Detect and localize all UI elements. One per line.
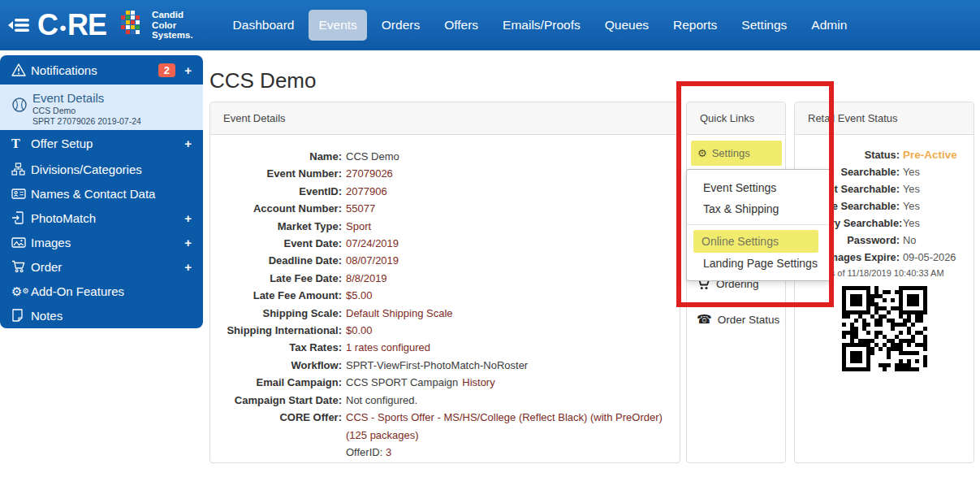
field-event-date: Event Date:07/24/2019 <box>210 235 671 252</box>
divisions-label: Divisions/Categories <box>31 163 182 176</box>
collapse-menu-icon[interactable] <box>8 17 31 33</box>
core-offer-line3: OfferID: 3 <box>346 444 663 461</box>
notifications-label: Notifications <box>31 63 158 77</box>
core-logo-dot: ● <box>59 20 66 34</box>
gears-icon: ⚙⚙ <box>11 285 31 297</box>
field-deadline-date: Deadline Date:08/07/2019 <box>210 252 671 269</box>
qr-code <box>842 286 927 374</box>
event-details-panel: Event Details Name:CCS Demo Event Number… <box>209 102 680 463</box>
notes-label: Notes <box>31 309 182 323</box>
field-tax-rates: Tax Rates:1 rates configured <box>210 339 671 356</box>
menu-item-tax-shipping[interactable]: Tax & Shipping <box>687 198 830 219</box>
text-t-icon: T <box>11 137 31 151</box>
nav-dashboard[interactable]: Dashboard <box>223 10 304 41</box>
nav-offers[interactable]: Offers <box>434 10 488 41</box>
menu-item-event-settings[interactable]: Event Settings <box>687 177 830 198</box>
page-title: CCS Demo <box>209 68 316 93</box>
org-chart-icon <box>11 163 31 176</box>
core-logo-c: C <box>37 8 58 42</box>
quick-link-order-status-label: Order Status <box>718 314 780 326</box>
warning-icon <box>11 63 31 76</box>
photomatch-expand[interactable]: + <box>182 211 192 225</box>
field-account-number: Account Number:55077 <box>210 200 671 217</box>
candid-logo-text: Candid Color Systems. <box>152 10 193 41</box>
images-expand[interactable]: + <box>182 236 192 249</box>
sidebar-item-event-details[interactable]: Event Details CCS Demo SPRT 27079026 201… <box>0 85 203 130</box>
main-nav: Dashboard Events Orders Offers Emails/Pr… <box>221 10 860 41</box>
field-event-id: EventID:2077906 <box>210 183 671 200</box>
addon-features-label: Add-On Features <box>31 284 182 298</box>
quick-link-settings-label: Settings <box>712 147 750 159</box>
core-offer-line1[interactable]: CCS - Sports Offer - MS/HS/College (Refl… <box>346 409 663 426</box>
field-name: Name:CCS Demo <box>210 148 671 165</box>
candid-color-logo: Candid Color Systems. <box>121 10 193 41</box>
candid-line-2: Color <box>152 20 193 31</box>
menu-item-online-settings[interactable]: Online Settings <box>693 230 818 253</box>
screen: C●RE Candid Color Systems. <box>0 0 980 477</box>
field-email-campaign: Email Campaign:CCS SPORT CampaignHistory <box>210 374 671 391</box>
field-shipping-scale: Shipping Scale:Default Shipping Scale <box>210 305 671 322</box>
candid-mosaic-icon <box>121 10 147 41</box>
field-late-fee-date: Late Fee Date:8/8/2019 <box>210 270 671 287</box>
file-import-icon <box>11 211 31 224</box>
core-logo-re: RE <box>67 8 106 42</box>
cart-icon <box>11 260 31 273</box>
sidebar-item-offer-setup[interactable]: T Offer Setup + <box>0 130 203 157</box>
top-navbar: C●RE Candid Color Systems. <box>0 0 980 50</box>
menu-item-landing-page-settings[interactable]: Landing Page Settings <box>687 253 830 274</box>
quick-link-order-status[interactable]: ☎ Order Status <box>697 312 779 327</box>
core-offer-line2: (125 packages) <box>346 427 663 444</box>
history-link[interactable]: History <box>462 374 494 391</box>
sidebar-item-addon-features[interactable]: ⚙⚙ Add-On Features <box>0 279 203 303</box>
order-expand[interactable]: + <box>182 260 192 274</box>
field-core-offer: CORE Offer: CCS - Sports Offer - MS/HS/C… <box>210 409 671 461</box>
menu-divider <box>687 224 830 225</box>
sidebar-item-notifications[interactable]: Notifications 2 + <box>0 55 203 85</box>
sidebar-item-photomatch[interactable]: PhotoMatch + <box>0 206 203 230</box>
image-icon <box>11 236 31 249</box>
core-logo[interactable]: C●RE <box>37 8 106 42</box>
sidebar-item-names-contact[interactable]: Names & Contact Data <box>0 181 203 206</box>
event-details-sub2: SPRT 27079026 2019-07-24 <box>32 116 192 127</box>
order-label: Order <box>31 260 182 274</box>
sidebar: Notifications 2 + Event Details CCS Demo… <box>0 55 203 328</box>
core-offer-value: CCS - Sports Offer - MS/HS/College (Refl… <box>346 409 663 461</box>
candid-line-1: Candid <box>152 10 193 20</box>
nav-queues[interactable]: Queues <box>595 10 658 41</box>
nav-reports[interactable]: Reports <box>663 10 727 41</box>
offer-setup-expand[interactable]: + <box>182 137 192 150</box>
names-contact-label: Names & Contact Data <box>31 187 182 201</box>
event-details-header: Event Details <box>210 102 680 135</box>
field-campaign-start-date: Campaign Start Date:Not configured. <box>210 392 671 409</box>
sidebar-item-order[interactable]: Order + <box>0 254 203 279</box>
id-card-icon <box>11 188 31 200</box>
event-details-sub1: CCS Demo <box>32 106 192 116</box>
field-workflow: Workflow:SPRT-ViewFirst-PhotoMatch-NoRos… <box>210 357 671 374</box>
nav-emails-proofs[interactable]: Emails/Proofs <box>493 10 590 41</box>
nav-events[interactable]: Events <box>309 10 366 41</box>
quick-links-panel: Quick Links ⚙ Settings Ordering ☎ Order … <box>686 102 786 463</box>
event-details-body: Name:CCS Demo Event Number:27079026 Even… <box>210 135 680 461</box>
sidebar-item-notes[interactable]: Notes <box>0 303 203 327</box>
note-icon <box>11 309 31 322</box>
photomatch-label: PhotoMatch <box>31 211 182 225</box>
sidebar-item-divisions-categories[interactable]: Divisions/Categories <box>0 157 203 181</box>
event-details-label: Event Details <box>32 90 192 106</box>
status-row: Status:Pre-Active <box>795 146 974 163</box>
notifications-badge: 2 <box>158 63 175 77</box>
nav-admin[interactable]: Admin <box>801 10 857 41</box>
field-late-fee-amount: Late Fee Amount:$5.00 <box>210 287 671 304</box>
retail-status-header: Retail Event Status <box>795 102 974 135</box>
status-badge: Pre-Active <box>903 146 957 163</box>
offer-setup-label: Offer Setup <box>31 137 182 150</box>
images-label: Images <box>31 236 182 249</box>
baseball-icon <box>11 97 31 113</box>
quick-link-settings[interactable]: ⚙ Settings <box>691 141 782 166</box>
field-shipping-international: Shipping International:$0.00 <box>210 322 671 339</box>
sidebar-item-images[interactable]: Images + <box>0 230 203 254</box>
nav-orders[interactable]: Orders <box>372 10 430 41</box>
notifications-expand[interactable]: + <box>182 63 192 77</box>
nav-settings[interactable]: Settings <box>732 10 797 41</box>
settings-dropdown: Event Settings Tax & Shipping Online Set… <box>686 169 831 281</box>
phone-icon: ☎ <box>697 312 712 327</box>
